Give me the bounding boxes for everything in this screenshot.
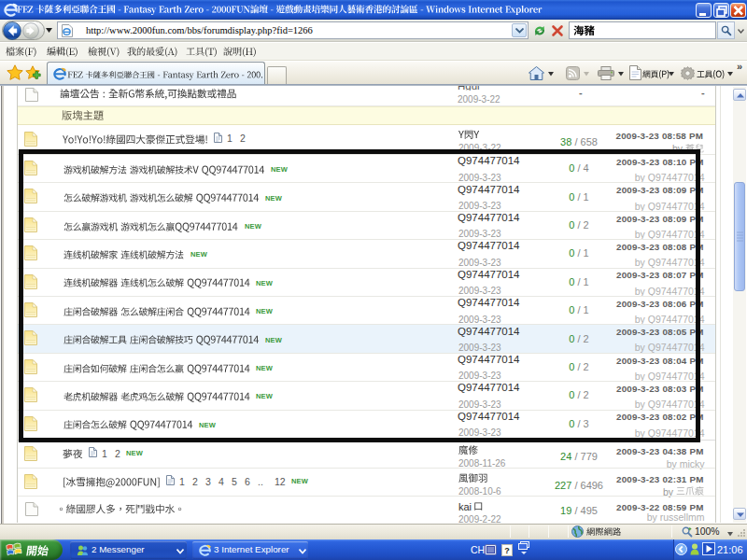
svg-text:?: ? <box>504 546 510 555</box>
